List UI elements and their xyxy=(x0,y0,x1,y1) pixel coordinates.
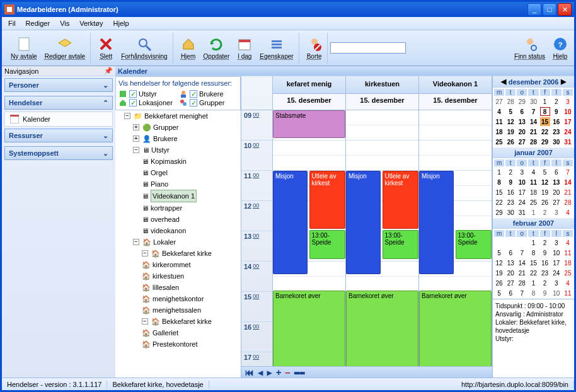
tree-utstyr-item[interactable]: 🖥 Orgel xyxy=(142,167,241,178)
egenskaper-button[interactable]: Egenskaper xyxy=(257,35,296,61)
calendar-event[interactable]: Barnekoret øver xyxy=(273,291,345,366)
svg-text:?: ? xyxy=(558,41,563,49)
tree-lokaler-item[interactable]: 🏠 menighetskontor xyxy=(142,293,241,304)
next-button[interactable]: ▶ xyxy=(267,367,272,378)
finn-status-button[interactable]: Finn status xyxy=(512,35,548,61)
menu-rediger[interactable]: Rediger xyxy=(22,20,54,27)
house-icon xyxy=(118,98,127,107)
month-prev-icon: ◀ xyxy=(501,78,506,86)
tree-lokaler-item[interactable]: −🏠 Bekkefaret kirke xyxy=(142,316,241,327)
mini-calendar-dec[interactable]: mtotfls272829301234567891011121314151617… xyxy=(493,88,574,147)
titlebar: Medarbeideren (Administrator) _ □ ✕ xyxy=(2,2,574,17)
sidebar-ressurser[interactable]: Ressurser⌄ xyxy=(4,129,113,142)
lokasjoner-checkbox[interactable] xyxy=(129,99,137,107)
time-column: 090010001100120013001400150016001700 xyxy=(241,76,273,366)
calendar-event[interactable]: 13:00-Speide xyxy=(456,230,492,259)
mini-calendar-feb[interactable]: mtotfls123456789101112131415161718192021… xyxy=(493,229,574,299)
calendar-event[interactable]: Stabsmøte xyxy=(273,110,345,138)
sidebar-systemoppsett[interactable]: Systemoppsett⌄ xyxy=(4,146,113,160)
sidebar: Personer⌄ Hendelser⌃ Kalender Ressurser⌄… xyxy=(2,76,115,378)
tree-utstyr-item[interactable]: 🖥 overhead xyxy=(142,214,241,225)
tree-lokaler-item[interactable]: 🏠 kirkerommet xyxy=(142,259,241,270)
first-button[interactable]: ⏮ xyxy=(245,367,254,378)
menu-vis[interactable]: Vis xyxy=(56,20,73,27)
prev-button[interactable]: ◀ xyxy=(258,367,263,378)
tree-utstyr-item[interactable]: 🖥 Piano xyxy=(142,178,241,190)
pin-icon[interactable]: 📌 xyxy=(104,67,113,75)
tree-lokaler-item[interactable]: 🏠 kirkestuen xyxy=(142,270,241,282)
svg-point-20 xyxy=(181,91,185,95)
calendar-event[interactable]: Utleie av kirkest xyxy=(309,171,346,229)
tree-utstyr-item[interactable]: 🖥 videokanon xyxy=(142,225,241,236)
event-detail: Tidspunkt : 09:00 - 10:00Ansvarlig : Adm… xyxy=(493,299,574,345)
month-nav-jan: januar 2007 xyxy=(493,147,574,158)
calendar-grid: 090010001100120013001400150016001700 kef… xyxy=(241,76,492,378)
tree-utstyr-item[interactable]: 🖥 Kopimaskin xyxy=(142,156,241,167)
menu-verktoy[interactable]: Verktøy xyxy=(76,20,107,27)
borte-button[interactable]: Borte xyxy=(304,35,325,61)
slett-button[interactable]: Slett xyxy=(96,35,116,61)
menubar: Fil Rediger Vis Verktøy Hjelp xyxy=(2,17,574,30)
nav-header: Navigasjon 📌 xyxy=(2,66,115,76)
group-icon xyxy=(179,98,188,107)
menu-hjelp[interactable]: Hjelp xyxy=(110,20,133,27)
close-button[interactable]: ✕ xyxy=(558,3,572,16)
tree-lokaler-item[interactable]: 🏠 menighetssalen xyxy=(142,304,241,316)
hjem-button[interactable]: Hjem xyxy=(178,35,199,61)
calendar-event[interactable]: 13:00-Speide xyxy=(309,230,346,259)
forhandsvisning-button[interactable]: Forhåndsvisning xyxy=(118,35,170,61)
calendar-event[interactable]: Barnekoret øver xyxy=(419,291,492,366)
status-version: Hendelser - version : 3.1.1.117 xyxy=(2,381,107,388)
resource-tree[interactable]: −📁 Bekkefaret menighet +🟢 Grupper +👤 Bru… xyxy=(115,110,241,378)
mini-calendar-jan[interactable]: mtotfls123456789101112131415161718192021… xyxy=(493,158,574,218)
calendar-nav: ⏮ ◀ ▶ + − ▬▬ xyxy=(241,366,492,378)
svg-point-23 xyxy=(183,102,187,106)
tree-lokaler-item[interactable]: 🏠 lillesalen xyxy=(142,282,241,293)
calendar-event[interactable]: Barnekoret øver xyxy=(346,291,418,366)
month-next-icon: ▶ xyxy=(561,78,566,86)
calendar-event[interactable]: Misjon xyxy=(419,171,454,274)
sidebar-hendelser[interactable]: Hendelser⌃ xyxy=(4,96,113,110)
tree-lokaler-item[interactable]: 🏠 Prestekontoret xyxy=(142,338,241,350)
utstyr-checkbox[interactable] xyxy=(129,90,137,98)
menu-fil[interactable]: Fil xyxy=(4,20,20,27)
hjelp-button[interactable]: ?Hjelp xyxy=(550,35,570,61)
day-column-0[interactable]: kefaret menig 15. desember StabsmøteMisj… xyxy=(273,76,346,366)
rediger-avtale-button[interactable]: Rediger avtale xyxy=(42,35,88,61)
month-nav-dec[interactable]: ◀desember 2006▶ xyxy=(493,76,574,88)
grupper-checkbox[interactable] xyxy=(190,99,197,107)
slider-icon[interactable]: ▬▬ xyxy=(294,367,305,378)
tree-lokaler-item[interactable]: −🏠 Bekkefaret kirke xyxy=(142,248,241,259)
day-column-1[interactable]: kirkestuen 15. desember MisjonUtleie av … xyxy=(346,76,419,366)
calendar-event[interactable]: Utleie av kirkest xyxy=(383,171,419,229)
minimize-button[interactable]: _ xyxy=(527,3,541,16)
svg-rect-9 xyxy=(272,47,282,49)
oppdater-button[interactable]: Oppdater xyxy=(201,35,233,61)
search-input[interactable] xyxy=(330,42,406,54)
calendar-event[interactable]: Misjon xyxy=(346,171,381,274)
sidebar-personer[interactable]: Personer⌄ xyxy=(4,78,113,92)
svg-rect-21 xyxy=(181,95,186,98)
svg-rect-7 xyxy=(272,40,282,42)
day-column-2[interactable]: Videokanon 1 15. desember Misjon13:00-Sp… xyxy=(419,76,492,366)
tree-lokaler-item[interactable]: 🏠 Galleriet xyxy=(142,327,241,338)
resource-filter: Vis hendelser for følgende ressurser: Ut… xyxy=(115,76,241,110)
calendar-event[interactable]: 13:00-Speide xyxy=(383,230,419,259)
svg-rect-6 xyxy=(239,40,250,42)
calendar-event[interactable]: Misjon xyxy=(273,171,308,274)
tree-panel: Vis hendelser for følgende ressurser: Ut… xyxy=(115,76,241,378)
ny-avtale-button[interactable]: Ny avtale xyxy=(8,35,40,61)
tree-utstyr-item[interactable]: 🖥 Videokanon 1 xyxy=(142,190,241,202)
add-button[interactable]: + xyxy=(276,367,281,378)
svg-point-3 xyxy=(139,39,147,47)
sidebar-kalender[interactable]: Kalender xyxy=(4,112,113,127)
brukere-checkbox[interactable] xyxy=(190,90,197,98)
tree-utstyr-item[interactable]: 🖥 kortrapper xyxy=(142,202,241,214)
maximize-button[interactable]: □ xyxy=(543,3,556,16)
remove-button[interactable]: − xyxy=(285,367,290,378)
statusbar: Hendelser - version : 3.1.1.117 Bekkefar… xyxy=(2,378,574,390)
status-location: Bekkefaret kirke, hovedetasje xyxy=(107,381,209,388)
idag-button[interactable]: I dag xyxy=(234,35,255,61)
mini-calendar-panel: ◀desember 2006▶ mtotfls27282930123456789… xyxy=(492,76,574,378)
window-title: Medarbeideren (Administrator) xyxy=(17,6,526,13)
